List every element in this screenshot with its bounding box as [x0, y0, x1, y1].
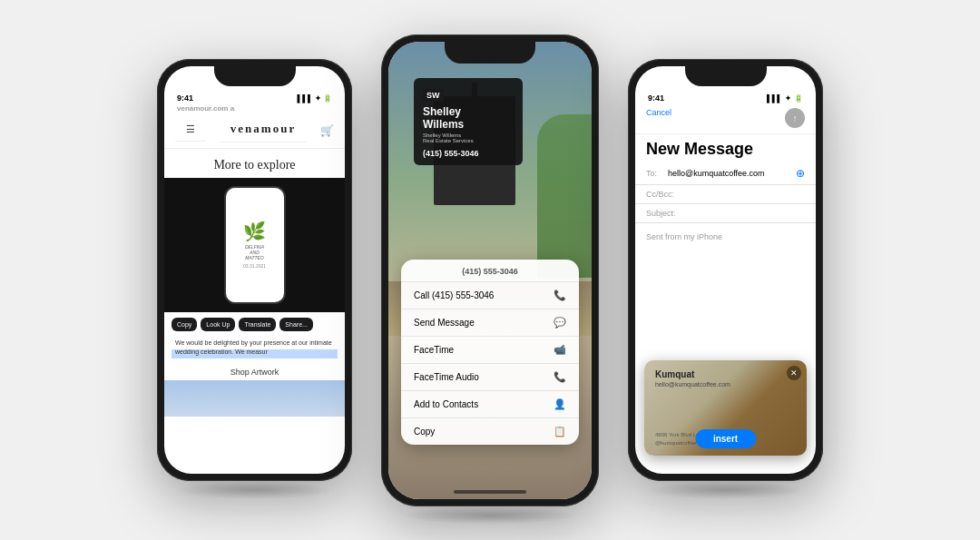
phone-1-notch [214, 66, 296, 86]
phone-icon: 📞 [554, 290, 566, 301]
phone-1: 9:41 ▌▌▌ ✦ 🔋 venamour.com a ☰ venamour 🛒… [157, 59, 352, 481]
phone-1-selected-text: We would be delighted by your presence a… [172, 337, 338, 358]
context-menu-share[interactable]: Share... [279, 318, 313, 331]
card-company: Kumquat [655, 369, 796, 379]
hamburger-icon[interactable]: ☰ [175, 120, 206, 142]
phone-2: SW ShelleyWillems Shelley WillemsReal Es… [381, 34, 599, 506]
phone-1-screen: 9:41 ▌▌▌ ✦ 🔋 venamour.com a ☰ venamour 🛒… [164, 66, 345, 474]
phone-3-notch [685, 66, 767, 86]
phone-1-hero-text: More to explore [164, 149, 345, 178]
invite-date: 03.31.2021 [243, 263, 266, 269]
phone-2-screen: SW ShelleyWillems Shelley WillemsReal Es… [388, 42, 592, 499]
popup-item-message[interactable]: Send Message 💬 [401, 309, 579, 337]
add-contact-icon: 👤 [554, 398, 566, 410]
email-body[interactable]: Sent from my iPhone [635, 223, 816, 250]
popup-call-label: Call (415) 555-3046 [414, 290, 494, 300]
to-value: hello@kumquatcoffee.com [668, 169, 792, 178]
trees-decoration [537, 114, 592, 278]
popup-item-copy[interactable]: Copy 📋 [401, 418, 579, 445]
phone-3-status-icons: ▌▌▌ ✦ 🔋 [767, 94, 803, 103]
subject-field[interactable]: Subject: [635, 204, 816, 223]
add-recipient-button[interactable]: ⊕ [796, 167, 805, 180]
copy-icon: 📋 [554, 426, 566, 437]
card-email: hello@kumquatcoffee.com [655, 381, 796, 388]
popup-item-facetime[interactable]: FaceTime 📹 [401, 337, 579, 364]
phone-1-card-area: 🌿 DELFINA AND MATTEO 03.31.2021 [164, 178, 345, 312]
new-message-title: New Message [635, 134, 816, 162]
message-icon: 💬 [554, 317, 566, 329]
context-menu-copy[interactable]: Copy [172, 318, 197, 331]
signal-icon: ▌▌▌ [767, 94, 782, 103]
phone-3-screen: 9:41 ▌▌▌ ✦ 🔋 Cancel ↑ New Message To: he… [635, 66, 816, 474]
phone-1-inner-phone: 🌿 DELFINA AND MATTEO 03.31.2021 [224, 186, 286, 304]
phone-3: 9:41 ▌▌▌ ✦ 🔋 Cancel ↑ New Message To: he… [628, 59, 823, 481]
sign-name: ShelleyWillems [423, 105, 514, 132]
invite-names: DELFINA AND MATTEO [245, 244, 264, 260]
subject-label: Subject: [646, 209, 676, 218]
phone-2-sign: SW ShelleyWillems Shelley WillemsReal Es… [414, 78, 523, 166]
phone-1-shop-button[interactable]: Shop Artwork [164, 362, 345, 380]
sign-subtitle: Shelley WillemsReal Estate Services [423, 133, 514, 143]
sign-logo: SW [423, 89, 444, 102]
popup-facetime-audio-label: FaceTime Audio [414, 372, 479, 382]
leaf-decoration: 🌿 [243, 222, 266, 241]
context-menu-lookup[interactable]: Look Up [201, 318, 235, 331]
phone-1-status-icons: ▌▌▌ ✦ 🔋 [298, 94, 332, 103]
to-field[interactable]: To: hello@kumquatcoffee.com ⊕ [635, 162, 816, 185]
popup-item-facetime-audio[interactable]: FaceTime Audio 📞 [401, 364, 579, 391]
cc-bcc-field[interactable]: Cc/Bcc: [635, 185, 816, 204]
popup-item-add-contacts[interactable]: Add to Contacts 👤 [401, 391, 579, 418]
phone-1-logo: venamour [220, 118, 307, 142]
battery-icon: 🔋 [794, 94, 803, 103]
popup-facetime-label: FaceTime [414, 345, 454, 355]
facetime-icon: 📹 [554, 344, 566, 356]
phone-2-home-indicator [454, 490, 526, 494]
phone-1-nav: ☰ venamour 🛒 [164, 114, 345, 149]
phone-1-context-menu: Copy Look Up Translate Share... [164, 312, 345, 335]
cancel-button[interactable]: Cancel [646, 108, 671, 117]
popup-item-call[interactable]: Call (415) 555-3046 📞 [401, 282, 579, 309]
wifi-icon: ✦ [785, 94, 791, 103]
send-button[interactable]: ↑ [785, 108, 805, 128]
phone-1-time: 9:41 [177, 93, 193, 103]
context-menu-translate[interactable]: Translate [239, 318, 276, 331]
phone-3-time: 9:41 [648, 93, 664, 103]
cc-label: Cc/Bcc: [646, 190, 674, 199]
phone-2-background: SW ShelleyWillems Shelley WillemsReal Es… [388, 42, 592, 499]
phone-1-url: venamour.com a [164, 104, 345, 114]
popup-add-contacts-label: Add to Contacts [414, 399, 478, 409]
phone-1-bottom-strip [164, 380, 345, 417]
phone-3-header: Cancel ↑ [635, 104, 816, 134]
facetime-audio-icon: 📞 [554, 371, 566, 383]
cart-icon[interactable]: 🛒 [320, 124, 334, 137]
phone-3-card-area: ✕ Kumquat hello@kumquatcoffee.com 4906 Y… [635, 338, 816, 474]
popup-copy-label: Copy [414, 427, 435, 437]
phone-1-url-text: venamour.com a [177, 104, 234, 113]
close-card-button[interactable]: ✕ [787, 366, 801, 380]
sign-phone: (415) 555-3046 [423, 149, 514, 158]
popup-header: (415) 555-3046 [401, 260, 579, 282]
to-label: To: [646, 169, 664, 178]
phone-2-notch [445, 42, 535, 64]
popup-message-label: Send Message [414, 318, 475, 328]
phone-2-context-popup: (415) 555-3046 Call (415) 555-3046 📞 Sen… [401, 260, 579, 445]
insert-button[interactable]: insert [695, 429, 756, 448]
